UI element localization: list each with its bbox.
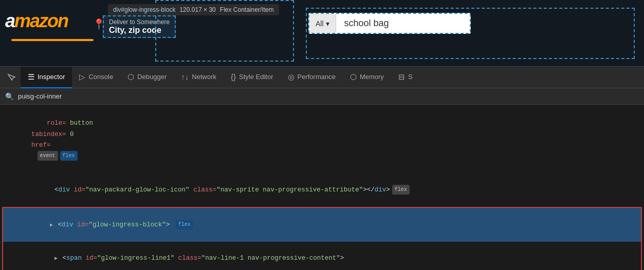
memory-icon: ⬡ (350, 72, 357, 82)
tab-console[interactable]: ▷ Console (72, 67, 120, 88)
html-line-span1-open: ▶ <span id="glow-ingress-line1" class="n… (3, 242, 641, 270)
location-area: Deliver to Somewhere City, zip code (103, 15, 176, 38)
search-icon: 🔍 (5, 92, 14, 101)
tooltip-dims: 120.017 × 30 (179, 6, 215, 13)
element-tooltip: div#glow-ingress-block 120.017 × 30 Flex… (108, 4, 279, 15)
tab-inspector[interactable]: ☰ Inspector (21, 67, 72, 88)
html-panel: role= button tabindex= 0 href= eventflex… (0, 105, 644, 270)
tab-style-editor[interactable]: {} Style Editor (224, 67, 281, 88)
search-area: All ▾ school bag (308, 13, 471, 34)
html-line-glow-ingress[interactable]: ▶ <div id="glow-ingress-block"> flex (3, 208, 641, 242)
html-line-role: role= button tabindex= 0 href= eventflex (0, 107, 644, 173)
network-icon: ↑↓ (181, 72, 189, 81)
performance-icon: ◎ (288, 72, 295, 82)
amazon-underline (11, 39, 94, 41)
storage-icon: ⊟ (398, 72, 405, 82)
tab-debugger[interactable]: ⬡ Debugger (120, 67, 174, 88)
tab-memory[interactable]: ⬡ Memory (343, 67, 391, 88)
selected-element-box: ▶ <div id="glow-ingress-block"> flex ▶ <… (2, 207, 642, 270)
search-category: All ▾ (309, 14, 336, 33)
html-search-input[interactable] (18, 92, 639, 100)
tooltip-selector: div#glow-ingress-block (113, 6, 175, 13)
console-icon: ▷ (79, 72, 85, 82)
element-picker-button[interactable] (2, 68, 21, 87)
location-line1: Deliver to Somewhere (109, 18, 170, 26)
tab-storage[interactable]: ⊟ S (391, 67, 420, 88)
style-editor-icon: {} (231, 72, 236, 81)
inspector-icon: ☰ (28, 72, 34, 82)
browser-preview: div#glow-ingress-block 120.017 × 30 Flex… (0, 0, 644, 67)
devtools-toolbar: ☰ Inspector ▷ Console ⬡ Debugger ↑↓ Netw… (0, 67, 644, 88)
location-line2: City, zip code (109, 26, 170, 35)
devtools-panel: ☰ Inspector ▷ Console ⬡ Debugger ↑↓ Netw… (0, 67, 644, 270)
debugger-icon: ⬡ (127, 72, 134, 82)
amazon-logo: amazon (5, 10, 68, 32)
tab-performance[interactable]: ◎ Performance (281, 67, 343, 88)
html-search-bar: 🔍 (0, 88, 644, 105)
tooltip-type: Flex Container/Item (220, 6, 274, 13)
tab-network[interactable]: ↑↓ Network (174, 67, 224, 88)
search-input-display: school bag (336, 14, 470, 33)
html-line-navpackard: <div id="nav-packard-glow-loc-icon" clas… (0, 173, 644, 207)
